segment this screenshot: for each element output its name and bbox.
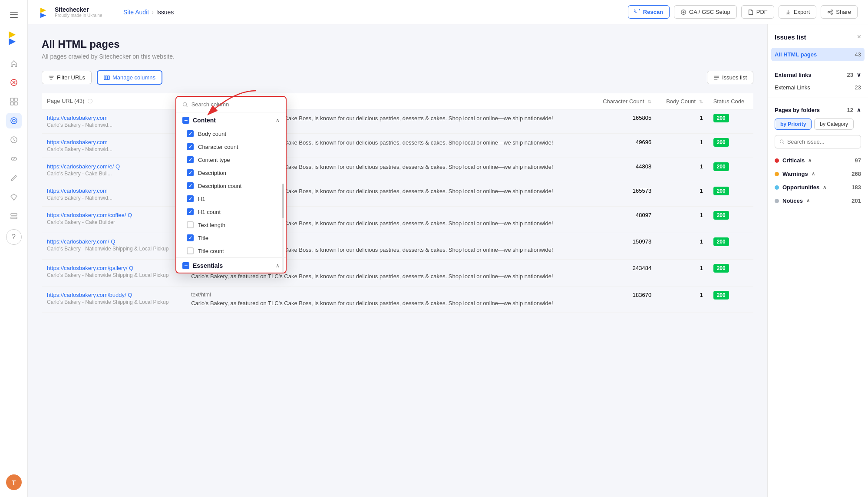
url-link[interactable]: https://carlosbakery.com/gallery/ Q <box>47 265 181 271</box>
notices-label-wrapper[interactable]: Notices ∧ <box>775 197 810 204</box>
sidebar-item-links[interactable] <box>6 151 22 167</box>
filter-urls-button[interactable]: Filter URLs <box>42 71 92 84</box>
cell-char-count: 49696 <box>592 134 657 158</box>
panel-header: Issues list × <box>768 33 868 48</box>
svg-rect-18 <box>11 217 17 219</box>
url-link[interactable]: https://carlosbakery.com <box>47 115 181 121</box>
content-chevron[interactable]: ∧ <box>276 117 280 123</box>
sidebar-item-help[interactable]: ? <box>6 229 22 245</box>
table-row: https://carlosbakery.com/e/ Q Carlo's Ba… <box>42 158 753 182</box>
svg-rect-3 <box>6 30 22 45</box>
sidebar-item-audit[interactable] <box>6 113 22 128</box>
column-checkbox[interactable]: ✓ <box>187 234 194 241</box>
url-link[interactable]: https://carlosbakery.com/e/ Q <box>47 163 181 170</box>
panel-close-button[interactable]: × <box>857 33 861 41</box>
breadcrumb-parent[interactable]: Site Audit <box>123 9 149 16</box>
priority-tab-button[interactable]: by Priority <box>775 118 812 130</box>
warnings-label-wrapper[interactable]: Warnings ∧ <box>775 171 815 177</box>
external-links-sub-item[interactable]: External Links 23 <box>768 81 868 94</box>
panel-title: Issues list <box>775 33 806 41</box>
sidebar-menu-toggle[interactable] <box>6 7 22 23</box>
sidebar-item-x[interactable] <box>6 75 22 90</box>
column-search-area <box>176 97 286 112</box>
sidebar-item-monitor[interactable] <box>6 132 22 148</box>
column-checkbox[interactable]: ✓ <box>187 182 194 189</box>
check-icon: ✓ <box>188 235 192 241</box>
svg-rect-9 <box>10 98 13 101</box>
minus-icon-2: − <box>184 263 188 269</box>
column-checkbox[interactable]: ✓ <box>187 143 194 150</box>
share-button[interactable]: Share <box>821 5 858 19</box>
manage-columns-button[interactable]: Manage columns <box>97 70 162 85</box>
desc-text: Carlo's Bakery, as featured on TLC's Cak… <box>191 300 553 306</box>
minus-icon: − <box>184 117 188 123</box>
dropdown-column-item[interactable]: ✓ Description count <box>176 179 286 192</box>
sidebar-item-grid[interactable] <box>6 94 22 109</box>
dropdown-column-item[interactable]: Text length <box>176 218 286 231</box>
svg-rect-19 <box>38 6 51 19</box>
ga-gsc-setup-button[interactable]: GA / GSC Setup <box>674 5 737 19</box>
essentials-chevron[interactable]: ∧ <box>276 263 280 269</box>
url-link[interactable]: https://carlosbakery.com/ Q <box>47 238 181 245</box>
cell-char-count: 44808 <box>592 158 657 182</box>
column-checkbox[interactable]: ✓ <box>187 156 194 163</box>
column-checkbox[interactable]: ✓ <box>187 195 194 202</box>
category-tab-button[interactable]: by Category <box>814 118 854 130</box>
pdf-button[interactable]: PDF <box>741 5 774 19</box>
column-checkbox[interactable]: ✓ <box>187 169 194 176</box>
rescan-button[interactable]: Rescan <box>628 5 670 19</box>
external-links-header[interactable]: External links 23 ∨ <box>768 66 868 81</box>
header-actions: Rescan GA / GSC Setup PDF Export Share <box>628 5 858 19</box>
url-link[interactable]: https://carlosbakery.com <box>47 188 181 194</box>
column-search-input[interactable] <box>191 101 280 108</box>
search-issue-wrapper <box>775 135 861 148</box>
svg-point-25 <box>831 13 833 14</box>
user-avatar[interactable]: T <box>6 474 22 490</box>
dropdown-column-item[interactable]: ✓ Content type <box>176 153 286 166</box>
dropdown-column-item[interactable]: ✓ Title <box>176 231 286 244</box>
svg-point-31 <box>183 102 187 106</box>
issues-list-button[interactable]: Issues list <box>707 71 753 84</box>
sidebar-item-storage[interactable] <box>6 208 22 224</box>
dropdown-column-item[interactable]: ✓ Body count <box>176 127 286 140</box>
column-checkbox[interactable]: ✓ <box>187 208 194 215</box>
dropdown-column-item[interactable]: ✓ Character count <box>176 140 286 153</box>
search-issue-input[interactable] <box>787 138 856 145</box>
filter-icon <box>48 75 54 81</box>
column-checkbox[interactable]: ✓ <box>187 130 194 137</box>
svg-point-14 <box>13 119 15 122</box>
export-label: Export <box>794 9 810 15</box>
url-link[interactable]: https://carlosbakery.com/coffee/ Q <box>47 212 181 218</box>
content-collapse-btn[interactable]: − <box>182 117 189 124</box>
panel-all-html-pages[interactable]: All HTML pages 43 <box>771 48 865 61</box>
external-links-sub-label: External Links <box>775 84 810 91</box>
table-row: https://carlosbakery.com/coffee/ Q Carlo… <box>42 207 753 233</box>
column-checkbox[interactable] <box>187 247 194 254</box>
essentials-collapse-btn[interactable]: − <box>182 262 189 269</box>
cell-url: https://carlosbakery.com/e/ Q Carlo's Ba… <box>42 158 186 182</box>
criticals-category: Criticals ∧ 97 <box>768 154 868 167</box>
issues-list-icon <box>713 75 719 81</box>
status-badge: 200 <box>713 237 729 246</box>
url-link[interactable]: https://carlosbakery.com/buddy/ Q <box>47 292 181 298</box>
priority-tabs: by Priority by Category <box>768 116 868 135</box>
opportunities-label-wrapper[interactable]: Opportunities ∧ <box>775 184 826 191</box>
dropdown-column-item[interactable]: ✓ Description <box>176 166 286 179</box>
column-item-label: Description count <box>198 183 241 189</box>
criticals-label-wrapper[interactable]: Criticals ∧ <box>775 157 812 164</box>
logo-area: Sitechecker Proudly made in Ukraine <box>38 6 116 19</box>
question-mark-icon: ? <box>12 233 16 241</box>
url-link[interactable]: https://carlosbakery.com <box>47 139 181 145</box>
dropdown-scrollbar[interactable] <box>282 184 284 273</box>
dropdown-column-item[interactable]: ✓ H1 <box>176 192 286 205</box>
dropdown-column-item[interactable]: Title count <box>176 244 286 257</box>
export-button[interactable]: Export <box>779 5 817 19</box>
sidebar-item-home[interactable] <box>6 56 22 71</box>
column-checkbox[interactable] <box>187 221 194 228</box>
sidebar-item-diamond[interactable] <box>6 189 22 205</box>
dropdown-column-item[interactable]: ✓ H1 count <box>176 205 286 218</box>
sidebar-item-edit[interactable] <box>6 170 22 186</box>
url-subtitle: Carlo's Bakery - Cake Builder <box>47 219 181 225</box>
pages-by-folders-header[interactable]: Pages by folders 12 ∧ <box>768 102 868 116</box>
cell-body-count: 1 <box>657 134 708 158</box>
